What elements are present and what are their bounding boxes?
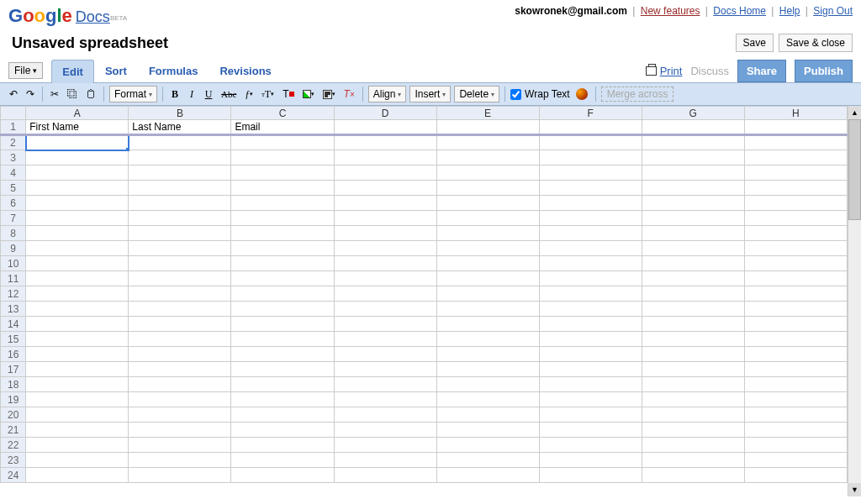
cell-E19[interactable] bbox=[436, 392, 539, 407]
cell-F23[interactable] bbox=[539, 453, 642, 468]
col-header-H[interactable]: H bbox=[744, 107, 847, 120]
cell-G8[interactable] bbox=[642, 226, 744, 241]
cell-E21[interactable] bbox=[436, 423, 539, 438]
cell-H13[interactable] bbox=[744, 302, 847, 317]
cell-D12[interactable] bbox=[334, 286, 436, 302]
cell-E18[interactable] bbox=[436, 377, 539, 392]
cell-F20[interactable] bbox=[539, 407, 642, 423]
cell-D1[interactable] bbox=[334, 120, 436, 135]
cell-B14[interactable] bbox=[129, 317, 231, 332]
cell-F1[interactable] bbox=[539, 120, 642, 135]
cell-B6[interactable] bbox=[129, 196, 231, 211]
cell-H7[interactable] bbox=[744, 211, 847, 226]
cell-D24[interactable] bbox=[334, 468, 436, 483]
cell-C6[interactable] bbox=[231, 196, 334, 211]
docs-home-link[interactable]: Docs Home bbox=[713, 5, 766, 17]
cell-G11[interactable] bbox=[642, 271, 744, 286]
text-color-icon[interactable]: T bbox=[280, 86, 296, 102]
cell-H23[interactable] bbox=[744, 453, 847, 468]
row-header-9[interactable]: 9 bbox=[1, 241, 26, 256]
row-header-1[interactable]: 1 bbox=[1, 120, 26, 135]
cell-H20[interactable] bbox=[744, 407, 847, 423]
clear-format-icon[interactable]: T× bbox=[341, 86, 357, 102]
cell-F24[interactable] bbox=[539, 468, 642, 483]
cell-F8[interactable] bbox=[539, 226, 642, 241]
cell-C2[interactable] bbox=[231, 135, 334, 150]
cell-H9[interactable] bbox=[744, 241, 847, 256]
cell-E16[interactable] bbox=[436, 347, 539, 362]
scroll-thumb[interactable] bbox=[848, 119, 861, 220]
cell-B3[interactable] bbox=[129, 150, 231, 165]
cell-A13[interactable] bbox=[26, 302, 129, 317]
cell-E23[interactable] bbox=[436, 453, 539, 468]
row-header-16[interactable]: 16 bbox=[1, 347, 26, 362]
cell-F18[interactable] bbox=[539, 377, 642, 392]
cell-B4[interactable] bbox=[129, 165, 231, 181]
cell-G12[interactable] bbox=[642, 286, 744, 302]
cell-C3[interactable] bbox=[231, 150, 334, 165]
cell-D4[interactable] bbox=[334, 165, 436, 181]
cell-A16[interactable] bbox=[26, 347, 129, 362]
cell-G19[interactable] bbox=[642, 392, 744, 407]
col-header-F[interactable]: F bbox=[539, 107, 642, 120]
cell-H4[interactable] bbox=[744, 165, 847, 181]
cell-A20[interactable] bbox=[26, 407, 129, 423]
cell-F19[interactable] bbox=[539, 392, 642, 407]
align-menu[interactable]: Align bbox=[368, 86, 407, 102]
cell-A18[interactable] bbox=[26, 377, 129, 392]
cell-A22[interactable] bbox=[26, 438, 129, 453]
cell-A7[interactable] bbox=[26, 211, 129, 226]
cell-E2[interactable] bbox=[436, 135, 539, 150]
cell-D11[interactable] bbox=[334, 271, 436, 286]
cell-D7[interactable] bbox=[334, 211, 436, 226]
cell-E10[interactable] bbox=[436, 256, 539, 271]
cell-C7[interactable] bbox=[231, 211, 334, 226]
cell-H21[interactable] bbox=[744, 423, 847, 438]
cell-F10[interactable] bbox=[539, 256, 642, 271]
spreadsheet-grid[interactable]: ABCDEFGH1First NameLast NameEmail2345678… bbox=[0, 106, 848, 483]
row-header-12[interactable]: 12 bbox=[1, 286, 26, 302]
col-header-E[interactable]: E bbox=[436, 107, 539, 120]
cell-F12[interactable] bbox=[539, 286, 642, 302]
cell-E1[interactable] bbox=[436, 120, 539, 135]
cell-A21[interactable] bbox=[26, 423, 129, 438]
cell-E6[interactable] bbox=[436, 196, 539, 211]
cell-D18[interactable] bbox=[334, 377, 436, 392]
borders-icon[interactable]: ▾ bbox=[320, 86, 338, 102]
cell-B24[interactable] bbox=[129, 468, 231, 483]
cell-H14[interactable] bbox=[744, 317, 847, 332]
cell-H6[interactable] bbox=[744, 196, 847, 211]
selection-handle[interactable] bbox=[126, 148, 129, 150]
cell-H19[interactable] bbox=[744, 392, 847, 407]
cell-G2[interactable] bbox=[642, 135, 744, 150]
cell-D22[interactable] bbox=[334, 438, 436, 453]
cell-E17[interactable] bbox=[436, 362, 539, 377]
cell-B1[interactable]: Last Name bbox=[129, 120, 231, 135]
cell-D5[interactable] bbox=[334, 181, 436, 196]
row-header-13[interactable]: 13 bbox=[1, 302, 26, 317]
cell-E4[interactable] bbox=[436, 165, 539, 181]
cell-B19[interactable] bbox=[129, 392, 231, 407]
cell-E3[interactable] bbox=[436, 150, 539, 165]
row-header-17[interactable]: 17 bbox=[1, 362, 26, 377]
cell-C11[interactable] bbox=[231, 271, 334, 286]
tab-formulas[interactable]: Formulas bbox=[138, 59, 209, 82]
cell-C1[interactable]: Email bbox=[231, 120, 334, 135]
undo-icon[interactable]: ↶ bbox=[7, 86, 20, 102]
cell-E7[interactable] bbox=[436, 211, 539, 226]
cell-C20[interactable] bbox=[231, 407, 334, 423]
font-size-icon[interactable]: тT▾ bbox=[259, 86, 277, 102]
cell-B7[interactable] bbox=[129, 211, 231, 226]
cell-D13[interactable] bbox=[334, 302, 436, 317]
row-header-11[interactable]: 11 bbox=[1, 271, 26, 286]
cell-E9[interactable] bbox=[436, 241, 539, 256]
bold-icon[interactable]: B bbox=[168, 86, 182, 102]
cell-C13[interactable] bbox=[231, 302, 334, 317]
col-header-B[interactable]: B bbox=[129, 107, 231, 120]
cell-B15[interactable] bbox=[129, 332, 231, 347]
print-link[interactable]: Print bbox=[646, 65, 683, 77]
cell-D2[interactable] bbox=[334, 135, 436, 150]
cell-B20[interactable] bbox=[129, 407, 231, 423]
row-header-24[interactable]: 24 bbox=[1, 468, 26, 483]
cell-H5[interactable] bbox=[744, 181, 847, 196]
